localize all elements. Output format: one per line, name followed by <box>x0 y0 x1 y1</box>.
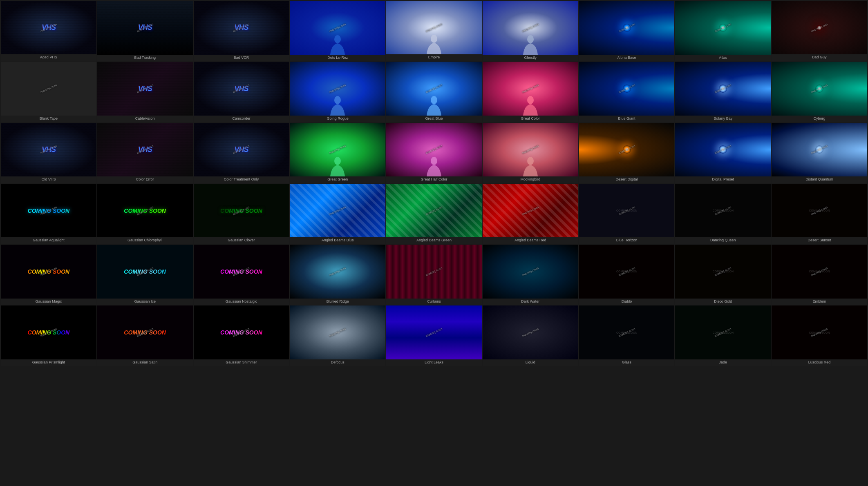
item-gaussian-nostalgic[interactable]: COMING SOONmacmj.comGaussian Nostalgic <box>194 245 289 305</box>
item-great-half-color[interactable]: macmj.comGreat Half Color <box>386 123 482 183</box>
thumb-gaussian-clover: COMING SOONmacmj.com <box>194 184 289 238</box>
item-color-treatment[interactable]: VHSmacmj.comColor Treatment Only <box>194 123 289 183</box>
item-old-vhs[interactable]: VHSmacmj.comOld VHS <box>1 123 96 183</box>
label-gaussian-ice: Gaussian Ice <box>97 299 193 305</box>
thumb-dark-water: macmj.com <box>483 245 578 299</box>
item-aged-vhs[interactable]: VHSmacmj.comAged VHS <box>1 1 96 61</box>
label-bad-tracking: Bad Tracking <box>97 55 193 61</box>
label-curtains: Curtains <box>386 299 482 305</box>
thumb-gaussian-nostalgic: COMING SOONmacmj.com <box>194 245 289 299</box>
item-cyborg[interactable]: macmj.comCyborg <box>772 62 867 122</box>
item-blue-giant[interactable]: macmj.comBlue Giant <box>579 62 675 122</box>
thumb-alpha-base: macmj.com <box>579 1 675 55</box>
label-going-rogue: Going Rogue <box>290 116 385 122</box>
item-liquid[interactable]: macmj.comLiquid <box>483 305 578 366</box>
item-gaussian-chlorophyll[interactable]: COMING SOONmacmj.comGaussian Chlorophyll <box>97 184 193 244</box>
svg-point-2 <box>527 35 534 43</box>
label-defocus: Defocus <box>290 359 385 366</box>
item-cablevision[interactable]: VHSmacmj.comCableVision <box>97 62 193 122</box>
item-great-green[interactable]: macmj.comGreat Green <box>290 123 385 183</box>
svg-point-0 <box>334 35 341 43</box>
item-bad-vcr[interactable]: VHSmacmj.comBad VCR <box>194 1 289 61</box>
label-gaussian-prismlight: Gaussian Prismlight <box>1 359 96 366</box>
item-dancing-queen[interactable]: COMING SOONmacmj.comDancing Queen <box>675 184 771 244</box>
item-jade[interactable]: COMING SOONmacmj.comJade <box>675 305 771 366</box>
item-botany-bay[interactable]: macmj.comBotany Bay <box>675 62 771 122</box>
item-desert-digital[interactable]: macmj.comDesert Digital <box>579 123 675 183</box>
thumb-blue-giant: macmj.com <box>579 62 675 116</box>
item-gaussian-clover[interactable]: COMING SOONmacmj.comGaussian Clover <box>194 184 289 244</box>
item-bad-guy[interactable]: macmj.comBad Guy <box>772 1 867 61</box>
item-desert-sunset[interactable]: COMING SOONmacmj.comDesert Sunset <box>772 184 867 244</box>
thumb-great-blue: macmj.com <box>386 62 482 115</box>
thumb-gaussian-ice: COMING SOONmacmj.com <box>97 245 193 299</box>
item-gaussian-aqualight[interactable]: COMING SOONmacmj.comGaussian Aqualight <box>1 184 96 244</box>
thumb-color-error: VHSmacmj.com <box>97 123 193 177</box>
thumb-gaussian-chlorophyll: COMING SOONmacmj.com <box>97 184 193 238</box>
item-ghostly[interactable]: macmj.comGhostly <box>483 1 578 61</box>
item-angled-beams-red[interactable]: macmj.comAngled Beams Red <box>483 184 578 244</box>
item-gaussian-magic[interactable]: COMING SOONmacmj.comGaussian Magic <box>1 245 96 305</box>
label-digital-preset: Digital Preset <box>675 176 771 183</box>
thumb-color-treatment: VHSmacmj.com <box>194 123 289 177</box>
item-diablo[interactable]: COMING SOONmacmj.comDiablo <box>579 245 675 305</box>
thumb-disco-gold: COMING SOONmacmj.com <box>675 245 771 299</box>
label-gaussian-nostalgic: Gaussian Nostalgic <box>194 299 289 305</box>
thumb-bad-tracking: VHSmacmj.com <box>97 1 193 55</box>
item-atlas[interactable]: macmj.comAtlas <box>675 1 771 61</box>
thumb-dots-lo-rez: macmj.com <box>290 1 385 55</box>
item-blank-tape[interactable]: macmj.comBlank Tape <box>1 62 96 122</box>
item-angled-beams-blue[interactable]: macmj.comAngled Beams Blue <box>290 184 385 244</box>
item-angled-beams-green[interactable]: macmj.comAngled Beams Green <box>386 184 482 244</box>
item-mockingbird[interactable]: macmj.comMockingbird <box>483 123 578 183</box>
item-light-leaks[interactable]: macmj.comLight Leaks <box>386 305 482 366</box>
thumb-glass: COMING SOONmacmj.com <box>579 305 675 359</box>
thumb-curtains: macmj.com <box>386 245 482 298</box>
item-distant-quantum[interactable]: macmj.comDistant Quantum <box>772 123 867 183</box>
item-bad-tracking[interactable]: VHSmacmj.comBad Tracking <box>97 1 193 61</box>
label-great-half-color: Great Half Color <box>386 176 482 183</box>
thumb-angled-beams-blue: macmj.com <box>290 184 385 238</box>
item-disco-gold[interactable]: COMING SOONmacmj.comDisco Gold <box>675 245 771 305</box>
thumb-blue-horizon: COMING SOONmacmj.com <box>579 184 675 238</box>
label-glass: Glass <box>579 359 675 366</box>
label-empire: Empire <box>386 54 482 61</box>
label-angled-beams-red: Angled Beams Red <box>483 237 578 244</box>
label-bad-guy: Bad Guy <box>772 54 867 61</box>
item-color-error[interactable]: VHSmacmj.comColor Error <box>97 123 193 183</box>
item-gaussian-prismlight[interactable]: COMING SOONmacmj.comGaussian Prismlight <box>1 305 96 366</box>
thumb-desert-sunset: COMING SOONmacmj.com <box>772 184 867 237</box>
item-dark-water[interactable]: macmj.comDark Water <box>483 245 578 305</box>
item-going-rogue[interactable]: macmj.comGoing Rogue <box>290 62 385 122</box>
label-disco-gold: Disco Gold <box>675 299 771 305</box>
item-glass[interactable]: COMING SOONmacmj.comGlass <box>579 305 675 366</box>
item-luscious-red[interactable]: COMING SOONmacmj.comLuscious Red <box>772 305 867 366</box>
thumb-jade: COMING SOONmacmj.com <box>675 305 771 359</box>
item-emblem[interactable]: COMING SOONmacmj.comEmblem <box>772 245 867 305</box>
item-great-color[interactable]: macmj.comGreat Color <box>483 62 578 122</box>
item-gaussian-satin[interactable]: COMING SOONmacmj.comGaussian Satin <box>97 305 193 366</box>
svg-point-8 <box>527 157 534 165</box>
item-digital-preset[interactable]: macmj.comDigital Preset <box>675 123 771 183</box>
item-dots-lo-rez[interactable]: macmj.comDots Lo-Rez <box>290 1 385 61</box>
thumb-emblem: COMING SOONmacmj.com <box>772 245 867 298</box>
thumb-gaussian-prismlight: COMING SOONmacmj.com <box>1 305 96 359</box>
item-empire[interactable]: macmj.comEmpire <box>386 1 482 61</box>
item-defocus[interactable]: macmj.comDefocus <box>290 305 385 366</box>
svg-point-7 <box>431 157 437 165</box>
item-blurred-ridge[interactable]: macmj.comBlurred Ridge <box>290 245 385 305</box>
item-alpha-base[interactable]: macmj.comAlpha Base <box>579 1 675 61</box>
label-blurred-ridge: Blurred Ridge <box>290 299 385 305</box>
item-gaussian-ice[interactable]: COMING SOONmacmj.comGaussian Ice <box>97 245 193 305</box>
item-curtains[interactable]: macmj.comCurtains <box>386 245 482 305</box>
item-gaussian-shimmer[interactable]: COMING SOONmacmj.comGaussian Shimmer <box>194 305 289 366</box>
thumb-going-rogue: macmj.com <box>290 62 385 116</box>
thumb-gaussian-shimmer: COMING SOONmacmj.com <box>194 305 289 359</box>
item-great-blue[interactable]: macmj.comGreat Blue <box>386 62 482 122</box>
item-blue-horizon[interactable]: COMING SOONmacmj.comBlue Horizon <box>579 184 675 244</box>
thumb-dancing-queen: COMING SOONmacmj.com <box>675 184 771 238</box>
thumb-desert-digital: macmj.com <box>579 123 675 177</box>
item-camcorder[interactable]: VHSmacmj.comCamcorder <box>194 62 289 122</box>
label-color-error: Color Error <box>97 176 193 183</box>
label-gaussian-satin: Gaussian Satin <box>97 359 193 366</box>
